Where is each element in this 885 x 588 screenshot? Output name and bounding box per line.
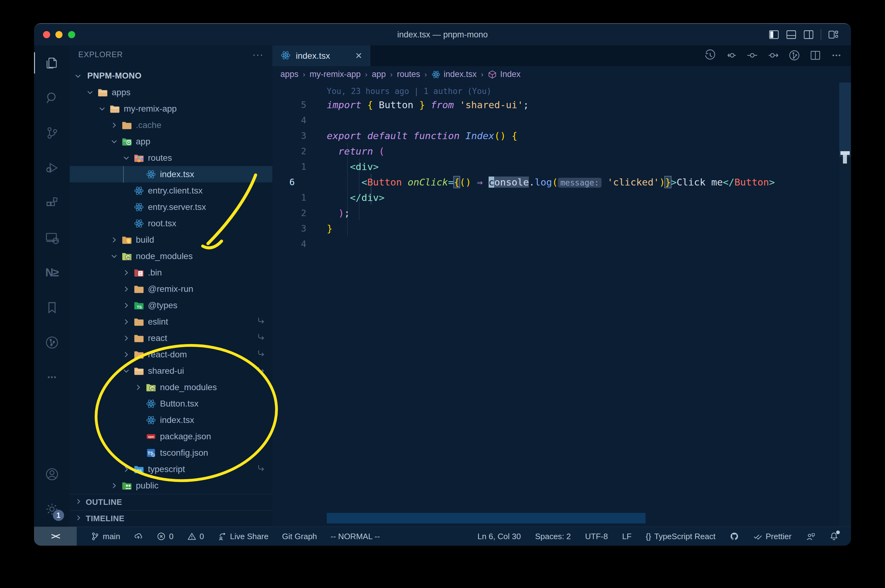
source-control-icon bbox=[44, 125, 60, 141]
status-item-indentation[interactable]: Spaces: 2 bbox=[535, 532, 571, 542]
line-number: 5 bbox=[272, 97, 306, 112]
tree-item-eslint[interactable]: eslint bbox=[70, 314, 272, 330]
tree-item-tsconfig-json[interactable]: TStsconfig.json bbox=[70, 444, 272, 461]
horizontal-scrollbar-thumb[interactable] bbox=[327, 513, 646, 524]
activity-bar-item-accounts[interactable] bbox=[34, 457, 70, 492]
toggle-panel-icon[interactable] bbox=[786, 29, 796, 40]
explorer-more-actions-icon[interactable]: ··· bbox=[253, 49, 263, 60]
tree-item-app[interactable]: app bbox=[70, 133, 272, 150]
tree-item-package-json[interactable]: npmpackage.json bbox=[70, 428, 272, 444]
gitlens-forward-icon[interactable] bbox=[767, 49, 780, 63]
timeline-section-header[interactable]: TIMELINE bbox=[70, 510, 272, 526]
status-item-errors[interactable]: 0 bbox=[157, 532, 173, 542]
gitlens-commit-icon[interactable] bbox=[746, 49, 759, 63]
breadcrumb-item-apps[interactable]: apps bbox=[280, 69, 299, 79]
status-item-github[interactable] bbox=[730, 532, 739, 541]
status-item-eol[interactable]: LF bbox=[622, 532, 631, 542]
status-label: Ln 6, Col 30 bbox=[477, 532, 521, 542]
tree-item-build[interactable]: build bbox=[70, 231, 272, 248]
activity-bar-item-search[interactable] bbox=[34, 80, 70, 115]
status-item-sync[interactable] bbox=[134, 532, 143, 541]
inlay-hint: message: bbox=[558, 178, 602, 188]
status-item-live-share[interactable]: Live Share bbox=[218, 532, 268, 542]
activity-bar-item-source-control[interactable] bbox=[34, 115, 70, 150]
activity-bar-item-nx-console[interactable]: N≥ bbox=[34, 255, 70, 290]
git-graph-icon[interactable] bbox=[788, 49, 801, 63]
activity-bar-item-explorer[interactable] bbox=[34, 45, 70, 80]
tree-item-shared-ui[interactable]: shared-ui bbox=[70, 363, 272, 379]
breadcrumb-item-routes[interactable]: routes bbox=[397, 69, 420, 79]
outline-section-header[interactable]: OUTLINE bbox=[70, 494, 272, 510]
layout-controls bbox=[769, 24, 838, 45]
vertical-scrollbar-thumb[interactable] bbox=[839, 82, 851, 157]
tree-item--remix-run[interactable]: @remix-run bbox=[70, 281, 272, 297]
activity-bar-item-bookmarks[interactable] bbox=[34, 290, 70, 325]
status-item-encoding[interactable]: UTF-8 bbox=[585, 532, 608, 542]
status-item-feedback[interactable] bbox=[806, 532, 815, 541]
tab-index-tsx[interactable]: index.tsx ✕ bbox=[272, 45, 370, 66]
activity-bar-item-run-debug[interactable] bbox=[34, 150, 70, 185]
split-editor-icon[interactable] bbox=[809, 49, 822, 63]
react-file-icon bbox=[280, 50, 291, 62]
tree-item-react[interactable]: react bbox=[70, 330, 272, 346]
tree-item-apps[interactable]: apps bbox=[70, 84, 272, 100]
customize-layout-icon[interactable] bbox=[828, 29, 838, 40]
activity-bar-item-remote-explorer[interactable] bbox=[34, 220, 70, 255]
breadcrumb-item-app[interactable]: app bbox=[372, 69, 386, 79]
warning-icon bbox=[187, 532, 197, 541]
chevron-spacer bbox=[122, 220, 134, 227]
activity-bar-item-extensions[interactable] bbox=[34, 185, 70, 220]
gitlens-back-icon[interactable] bbox=[725, 49, 738, 63]
tree-item-entry-server-tsx[interactable]: entry.server.tsx bbox=[70, 199, 272, 215]
status-item-branch[interactable]: main bbox=[90, 532, 120, 542]
tree-item-root-tsx[interactable]: root.tsx bbox=[70, 215, 272, 231]
line-number: 3 bbox=[272, 221, 306, 236]
tree-item-index-tsx[interactable]: index.tsx bbox=[70, 166, 272, 182]
chevron-spacer bbox=[135, 400, 146, 408]
tree-item--types[interactable]: TS@types bbox=[70, 297, 272, 314]
code-editor[interactable]: You, 23 hours ago | 1 author (You) 5impo… bbox=[272, 82, 851, 526]
folder-build-icon bbox=[122, 235, 134, 245]
tree-item-Button-tsx[interactable]: Button.tsx bbox=[70, 395, 272, 412]
tree-item-node-modules[interactable]: JSnode_modules bbox=[70, 248, 272, 264]
more-icon: ··· bbox=[47, 371, 57, 384]
breadcrumb-item-my-remix-app[interactable]: my-remix-app bbox=[310, 69, 361, 79]
svg-text:npm: npm bbox=[148, 435, 154, 438]
toggle-secondary-sidebar-icon[interactable] bbox=[803, 29, 814, 40]
breadcrumb-item-Index[interactable]: Index bbox=[488, 69, 521, 79]
breadcrumb-item-index.tsx[interactable]: index.tsx bbox=[431, 69, 477, 79]
tree-item-label: index.tsx bbox=[160, 415, 194, 425]
tree-item-public[interactable]: public bbox=[70, 477, 272, 494]
status-item-vim-mode[interactable]: -- NORMAL -- bbox=[331, 532, 380, 542]
remote-indicator[interactable]: >< bbox=[34, 527, 77, 546]
tree-item--bin[interactable]: 0110.bin bbox=[70, 264, 272, 281]
status-item-cursor-position[interactable]: Ln 6, Col 30 bbox=[477, 532, 521, 542]
status-item-git-graph[interactable]: Git Graph bbox=[282, 532, 317, 542]
status-item-warnings[interactable]: 0 bbox=[187, 532, 204, 542]
tree-item-routes[interactable]: routes bbox=[70, 150, 272, 166]
close-tab-icon[interactable]: ✕ bbox=[355, 51, 362, 61]
tree-item-index-tsx[interactable]: index.tsx bbox=[70, 412, 272, 428]
tree-item-react-dom[interactable]: react-dom bbox=[70, 346, 272, 363]
activity-bar-item-more[interactable]: ··· bbox=[34, 360, 70, 395]
tree-item-typescript[interactable]: TStypescript bbox=[70, 461, 272, 477]
tree-item--cache[interactable]: .cache bbox=[70, 117, 272, 133]
status-item-formatter[interactable]: Prettier bbox=[753, 532, 792, 542]
svg-text:JS: JS bbox=[126, 256, 130, 259]
tree-item-label: package.json bbox=[160, 432, 211, 441]
toggle-primary-sidebar-icon[interactable] bbox=[769, 29, 779, 40]
tree-item-my-remix-app[interactable]: my-remix-app bbox=[70, 100, 272, 117]
status-item-language-mode[interactable]: {}TypeScript React bbox=[646, 532, 715, 542]
tree-item-node-modules[interactable]: JSnode_modules bbox=[70, 379, 272, 395]
activity-bar-item-settings[interactable]: 1 bbox=[34, 492, 70, 526]
status-item-notifications[interactable] bbox=[829, 532, 838, 541]
tree-item-label: routes bbox=[148, 153, 172, 163]
chevron-right-icon bbox=[110, 236, 122, 244]
tree-item-entry-client-tsx[interactable]: entry.client.tsx bbox=[70, 182, 272, 199]
tree-item-PNPM-MONO[interactable]: PNPM-MONO bbox=[70, 68, 272, 84]
activity-bar-item-git-graph[interactable] bbox=[34, 325, 70, 360]
timeline-icon[interactable] bbox=[704, 49, 716, 63]
vertical-scrollbar[interactable] bbox=[839, 82, 851, 526]
error-icon bbox=[157, 532, 166, 541]
more-actions-icon[interactable] bbox=[830, 49, 843, 63]
